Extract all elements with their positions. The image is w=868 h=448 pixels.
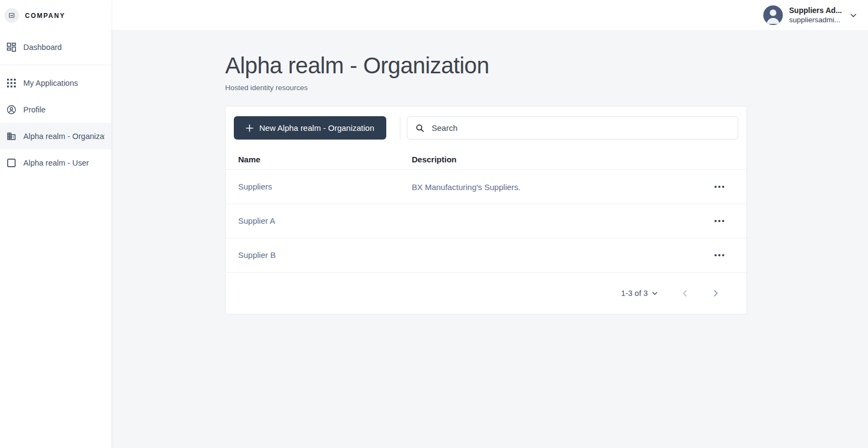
- sidebar: COMPANY Dashboard: [0, 0, 111, 448]
- chevron-down-icon: [850, 11, 857, 19]
- chevron-left-icon: [681, 289, 690, 298]
- plus-icon: [246, 124, 253, 132]
- user-menu[interactable]: Suppliers Ad... suppliersadmi...: [763, 5, 858, 25]
- brand: COMPANY: [0, 0, 111, 30]
- top-bar: Suppliers Ad... suppliersadmi...: [111, 0, 868, 31]
- toolbar-divider: [400, 116, 400, 140]
- table-row[interactable]: Supplier B: [226, 238, 746, 272]
- table-row[interactable]: Supplier A: [226, 204, 746, 238]
- new-organization-button[interactable]: New Alpha realm - Organization: [234, 116, 386, 140]
- new-organization-button-label: New Alpha realm - Organization: [259, 123, 374, 132]
- company-logo-icon: [4, 8, 19, 23]
- apps-grid-icon: [7, 78, 16, 88]
- search-icon: [416, 124, 424, 132]
- organization-building-icon: [7, 131, 16, 141]
- sidebar-item-profile[interactable]: Profile: [0, 96, 111, 123]
- organization-name-link[interactable]: Supplier B: [238, 250, 276, 260]
- row-name-cell: Supplier B: [238, 250, 412, 260]
- sidebar-nav: Dashboard My Applications Prof: [0, 30, 111, 176]
- sidebar-item-label: Alpha realm - User: [23, 159, 89, 167]
- sidebar-divider: [0, 65, 111, 65]
- sidebar-item-label: My Applications: [23, 79, 78, 87]
- person-avatar-icon: [763, 5, 783, 25]
- user-square-icon: [7, 158, 16, 168]
- organization-name-link[interactable]: Suppliers: [238, 182, 272, 191]
- row-name-cell: Supplier A: [238, 216, 412, 226]
- pagination-range-dropdown[interactable]: 1-3 of 3: [621, 289, 658, 298]
- resource-list-card: New Alpha realm - Organization N: [225, 106, 747, 314]
- page-title: Alpha realm - Organization: [225, 53, 747, 79]
- content-area: Alpha realm - Organization Hosted identi…: [111, 31, 868, 448]
- table-row[interactable]: Suppliers BX Manufacturing's Suppliers.: [226, 169, 746, 204]
- row-description-cell: BX Manufacturing's Suppliers.: [412, 182, 704, 192]
- column-header-name: Name: [238, 155, 412, 164]
- search-input[interactable]: [432, 117, 738, 139]
- page-subtitle: Hosted identity resources: [225, 84, 747, 92]
- row-name-cell: Suppliers: [238, 182, 412, 192]
- sidebar-item-label: Alpha realm - Organization: [23, 132, 105, 141]
- search-box: [407, 116, 738, 140]
- dashboard-icon: [7, 42, 16, 52]
- sidebar-item-alpha-realm-organization[interactable]: Alpha realm - Organization: [0, 123, 111, 149]
- next-page-button[interactable]: [708, 286, 723, 301]
- kebab-menu-icon[interactable]: [712, 250, 726, 261]
- sidebar-item-alpha-realm-user[interactable]: Alpha realm - User: [0, 149, 111, 176]
- kebab-menu-icon[interactable]: [712, 216, 726, 226]
- user-texts: Suppliers Ad... suppliersadmi...: [789, 5, 843, 25]
- sidebar-item-label: Dashboard: [23, 43, 62, 52]
- profile-icon: [7, 105, 16, 115]
- previous-page-button[interactable]: [678, 286, 693, 301]
- organization-name-link[interactable]: Supplier A: [238, 216, 275, 225]
- user-name: Suppliers Ad...: [789, 5, 843, 15]
- sidebar-item-my-applications[interactable]: My Applications: [0, 70, 111, 96]
- kebab-menu-icon[interactable]: [712, 181, 726, 192]
- chevron-right-icon: [711, 289, 720, 298]
- user-username: suppliersadmi...: [789, 15, 843, 25]
- pagination-range-label: 1-3 of 3: [621, 289, 648, 298]
- card-toolbar: New Alpha realm - Organization: [226, 106, 746, 149]
- main-area: Suppliers Ad... suppliersadmi... Alpha r…: [111, 0, 868, 448]
- chevron-down-icon: [652, 290, 658, 296]
- table-footer: 1-3 of 3: [226, 272, 746, 314]
- table-header: Name Description: [226, 149, 746, 169]
- sidebar-item-label: Profile: [23, 105, 46, 114]
- brand-name: COMPANY: [25, 12, 65, 20]
- sidebar-item-dashboard[interactable]: Dashboard: [0, 34, 111, 60]
- column-header-description: Description: [412, 155, 704, 164]
